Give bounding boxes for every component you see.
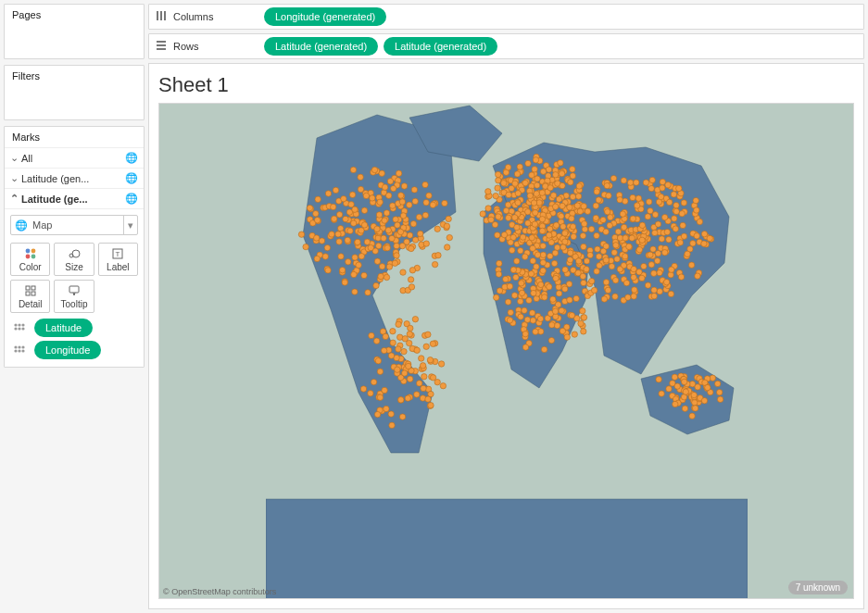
viz-container: Sheet 1 © OpenStreetMap contributors 7 u…	[148, 63, 864, 609]
marks-layer-latitude-2[interactable]: ⌃ Latitude (ge... 🌐	[5, 189, 144, 209]
svg-point-739	[552, 250, 558, 256]
tooltip-button[interactable]: Tooltip	[54, 280, 94, 313]
svg-point-954	[601, 296, 607, 302]
label-button[interactable]: T Label	[98, 243, 138, 276]
svg-point-911	[596, 263, 601, 269]
svg-point-1005	[664, 182, 670, 188]
svg-point-1029	[616, 197, 622, 203]
svg-point-765	[546, 284, 551, 290]
color-button[interactable]: Color	[10, 243, 50, 276]
svg-point-43	[322, 254, 328, 259]
unknown-count-badge[interactable]: 7 unknown	[788, 581, 848, 594]
marks-layer-all[interactable]: ⌄ All 🌐	[5, 148, 144, 169]
rows-shelf[interactable]: Rows Latitude (generated) Latitude (gene…	[148, 33, 864, 59]
svg-point-142	[421, 181, 427, 187]
svg-point-1049	[575, 258, 581, 264]
svg-point-939	[681, 200, 686, 206]
svg-point-758	[540, 252, 546, 257]
svg-point-920	[631, 287, 636, 293]
svg-point-317	[377, 369, 383, 374]
svg-point-190	[373, 226, 379, 231]
svg-point-586	[514, 200, 520, 206]
svg-point-741	[564, 334, 570, 340]
svg-point-1086	[682, 406, 687, 411]
svg-point-179	[408, 245, 413, 251]
svg-point-105	[386, 264, 392, 269]
svg-point-211	[347, 202, 353, 207]
svg-point-732	[549, 296, 555, 302]
pill-latitude[interactable]: Latitude	[34, 319, 93, 337]
svg-point-591	[534, 176, 539, 181]
svg-point-830	[607, 215, 612, 220]
pill-longitude-generated[interactable]: Longitude (generated)	[264, 7, 386, 26]
svg-point-220	[324, 244, 330, 250]
svg-point-229	[412, 198, 418, 204]
svg-point-156	[377, 199, 383, 205]
svg-rect-26	[160, 11, 162, 20]
pill-longitude[interactable]: Longitude	[34, 341, 101, 359]
detail-button[interactable]: Detail	[10, 280, 50, 313]
svg-point-1068	[717, 396, 723, 402]
svg-point-1018	[604, 182, 610, 188]
svg-point-759	[541, 294, 547, 300]
svg-point-951	[650, 287, 656, 293]
svg-point-95	[298, 231, 304, 237]
svg-point-147	[444, 244, 449, 250]
columns-shelf[interactable]: Columns Longitude (generated)	[148, 4, 864, 30]
svg-point-505	[495, 214, 500, 219]
size-icon	[68, 247, 81, 260]
svg-point-647	[540, 268, 546, 273]
svg-point-518	[560, 224, 565, 230]
size-button[interactable]: Size	[54, 243, 94, 276]
svg-point-154	[345, 259, 350, 265]
svg-point-711	[566, 297, 572, 303]
svg-point-294	[424, 332, 430, 337]
svg-point-128	[337, 254, 343, 259]
svg-point-330	[381, 347, 386, 353]
pill-latitude-generated-2[interactable]: Latitude (generated)	[384, 37, 497, 56]
svg-point-316	[375, 358, 381, 364]
svg-point-904	[681, 233, 686, 239]
svg-point-67	[358, 186, 363, 192]
svg-point-736	[537, 281, 543, 287]
svg-point-226	[350, 220, 356, 226]
svg-point-746	[508, 309, 513, 315]
mark-encoding-latitude[interactable]: Latitude	[5, 317, 144, 339]
svg-point-906	[648, 262, 654, 268]
svg-point-731	[560, 328, 565, 333]
svg-point-1045	[625, 244, 631, 249]
svg-point-751	[552, 275, 558, 281]
svg-point-580	[511, 181, 517, 186]
svg-point-309	[423, 344, 429, 349]
svg-point-24	[21, 349, 24, 352]
svg-point-544	[546, 167, 551, 172]
svg-point-200	[385, 228, 391, 233]
svg-point-76	[384, 210, 389, 216]
mark-encoding-longitude[interactable]: Longitude	[5, 339, 144, 367]
svg-point-704	[496, 260, 501, 266]
world-map	[266, 104, 748, 598]
svg-point-933	[707, 235, 712, 241]
svg-point-1080	[688, 413, 694, 419]
svg-point-1040	[603, 280, 609, 285]
mark-type-dropdown[interactable]: 🌐 Map ▾	[10, 215, 138, 235]
svg-point-337	[374, 411, 380, 417]
svg-point-649	[497, 288, 502, 294]
color-icon	[25, 247, 36, 260]
svg-point-982	[694, 273, 699, 279]
pill-latitude-generated-1[interactable]: Latitude (generated)	[264, 37, 378, 56]
svg-point-195	[331, 216, 336, 221]
map-view[interactable]: © OpenStreetMap contributors 7 unknown	[158, 103, 854, 599]
svg-point-145	[319, 238, 324, 244]
marks-layer-latitude-1[interactable]: ⌄ Latitude (gen... 🌐	[5, 169, 144, 189]
svg-point-1003	[700, 241, 706, 246]
svg-point-1034	[640, 263, 646, 269]
sheet-title[interactable]: Sheet 1	[158, 73, 854, 97]
svg-point-338	[407, 332, 412, 337]
globe-icon: 🌐	[125, 152, 138, 164]
svg-point-557	[550, 193, 556, 198]
svg-point-1023	[620, 211, 625, 217]
svg-point-648	[513, 258, 519, 264]
svg-point-323	[390, 340, 396, 345]
svg-point-146	[382, 184, 387, 190]
